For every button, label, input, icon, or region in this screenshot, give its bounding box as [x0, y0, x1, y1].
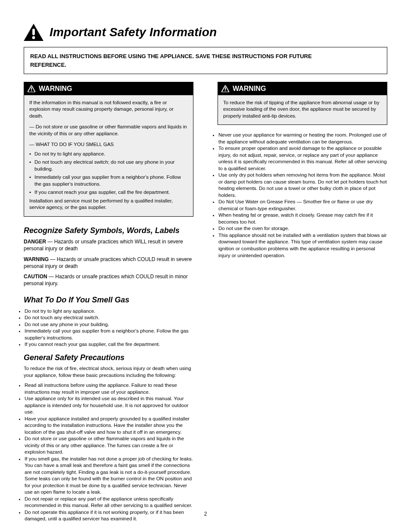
- main-heading-row: Important Safety Information: [24, 24, 387, 41]
- definition-term: CAUTION: [24, 274, 47, 280]
- warning-icon: [28, 85, 35, 92]
- warning-box-1: WARNING If the information in this manua…: [24, 82, 193, 217]
- recognize-symbols-title: Recognize Safety Symbols, Words, Labels: [24, 225, 193, 236]
- definition-desc: — Hazards or unsafe practices which COUL…: [24, 274, 188, 286]
- warning-1-what-to-do: — WHAT TO DO IF YOU SMELL GAS: [29, 141, 188, 148]
- warning-1-p1: If the information in this manual is not…: [29, 100, 188, 120]
- svg-rect-7: [225, 87, 226, 90]
- list-item: Immediately call your gas supplier from …: [25, 328, 193, 341]
- svg-point-8: [225, 90, 226, 91]
- definition-term: WARNING: [24, 256, 49, 262]
- what-to-do-title: What To Do If You Smell Gas: [24, 295, 193, 305]
- warning-header-2: WARNING: [218, 82, 387, 95]
- list-item: Do not try to light any appliance.: [29, 151, 188, 158]
- list-item: This appliance should not be installed w…: [218, 232, 387, 259]
- page-title: Important Safety Information: [50, 24, 217, 40]
- svg-rect-4: [31, 87, 32, 90]
- list-item: Do not touch any electrical switch; do n…: [29, 159, 188, 172]
- definition-danger: DANGER — Hazards or unsafe practices whi…: [24, 238, 193, 252]
- svg-rect-1: [32, 28, 35, 35]
- warning-label-1: WARNING: [39, 84, 72, 93]
- intro-line-1: READ ALL INSTRUCTIONS BEFORE USING THE A…: [30, 53, 381, 60]
- general-safety-list-right: Never use your appliance for warming or …: [218, 132, 387, 259]
- list-item: If you cannot reach your gas supplier, c…: [29, 189, 188, 196]
- definition-warning: WARNING — Hazards or unsafe practices wh…: [24, 256, 193, 270]
- warning-1-steps-list: Do not try to light any appliance. Do no…: [29, 151, 188, 196]
- general-safety-intro: To reduce the risk of fire, electrical s…: [24, 365, 193, 379]
- general-safety-title: General Safety Precautions: [24, 352, 193, 363]
- list-item: Do not use the oven for storage.: [218, 225, 387, 232]
- list-item: Do not store or use gasoline or other fl…: [25, 436, 193, 456]
- list-item: Immediately call your gas supplier from …: [29, 174, 188, 187]
- warning-box-2: WARNING To reduce the risk of tipping of…: [218, 82, 387, 125]
- list-item: If you smell gas, the installer has not …: [25, 456, 193, 496]
- warning-header-1: WARNING: [24, 82, 193, 95]
- what-to-do-list: Do not try to light any appliance. Do no…: [24, 308, 193, 348]
- read-instructions-box: READ ALL INSTRUCTIONS BEFORE USING THE A…: [24, 47, 387, 74]
- warning-2-p1: To reduce the risk of tipping of the app…: [223, 100, 382, 120]
- list-item: Never use your appliance for warming or …: [218, 132, 387, 145]
- right-column: WARNING To reduce the risk of tipping of…: [218, 82, 387, 259]
- list-item: When heating fat or grease, watch it clo…: [218, 212, 387, 225]
- warning-1-flammable: — Do not store or use gasoline or other …: [29, 124, 188, 137]
- list-item: Do not touch any electrical switch.: [25, 314, 193, 321]
- definition-desc: — Hazards or unsafe practices which WILL…: [24, 239, 183, 252]
- page-number: 2: [0, 510, 411, 517]
- warning-label-2: WARNING: [233, 84, 266, 93]
- definition-caution: CAUTION — Hazards or unsafe practices wh…: [24, 273, 193, 287]
- list-item: Use appliance only for its intended use …: [25, 395, 193, 416]
- list-item: Do not use any phone in your building.: [25, 321, 193, 328]
- svg-point-5: [31, 90, 32, 91]
- left-column: WARNING If the information in this manua…: [24, 82, 193, 523]
- list-item: Do not repair or replace any part of the…: [25, 496, 193, 509]
- list-item: Do Not Use Water on Grease Fires — Smoth…: [218, 199, 387, 212]
- list-item: To ensure proper operation and avoid dam…: [218, 145, 387, 172]
- warning-1-install-service: Installation and service must be perform…: [29, 198, 188, 211]
- svg-point-2: [32, 36, 35, 39]
- list-item: Read all instructions before using the a…: [25, 382, 193, 395]
- warning-icon: [221, 85, 229, 92]
- list-item: Use only dry pot holders when removing h…: [218, 172, 387, 199]
- general-safety-list-left: Read all instructions before using the a…: [24, 382, 193, 523]
- warning-icon: [24, 24, 44, 41]
- list-item: Have your appliance installed and proper…: [25, 416, 193, 436]
- list-item: Do not try to light any appliance.: [25, 308, 193, 315]
- list-item: If you cannot reach your gas supplier, c…: [25, 341, 193, 348]
- intro-line-2: REFERENCE.: [30, 61, 381, 69]
- definition-term: DANGER: [24, 239, 46, 245]
- definition-desc: — Hazards or unsafe practices which COUL…: [24, 256, 192, 269]
